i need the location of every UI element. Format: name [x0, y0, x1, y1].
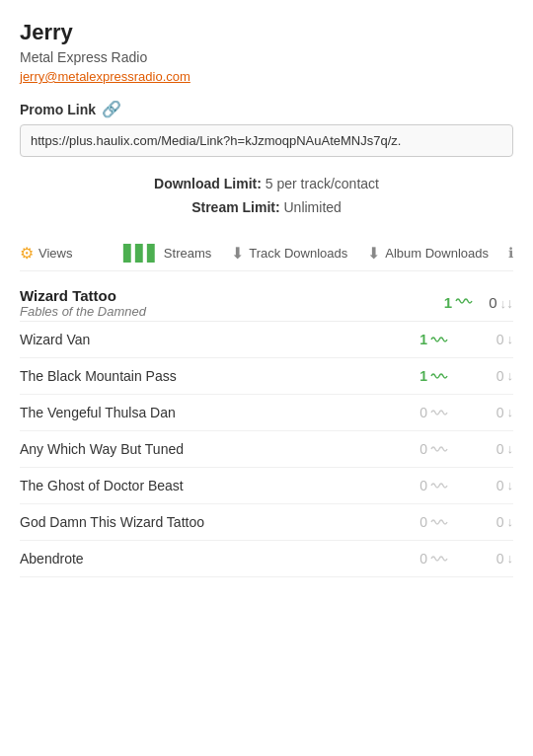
dl-arrow-icon: ↓ — [507, 441, 514, 456]
views-icon: ⚙ — [20, 244, 34, 263]
track-download-stat: 0 ↓ — [464, 405, 513, 420]
stream-number: 1 — [419, 332, 427, 347]
wave-icon — [430, 370, 448, 382]
tracks-list: Wizard Van1 0 ↓The Black Mountain Pass1 … — [20, 322, 513, 577]
wave-icon — [430, 480, 448, 491]
info-icon: ℹ — [508, 245, 513, 261]
track-download-stat: 0 ↓ — [464, 368, 513, 384]
track-stream-stat: 0 — [399, 551, 448, 567]
album-title: Wizard Tattoo — [20, 287, 146, 304]
promo-url-field[interactable]: https://plus.haulix.com/Media/Link?h=kJz… — [20, 124, 513, 157]
download-number: 0 — [496, 368, 504, 384]
track-name: The Vengeful Thulsa Dan — [20, 405, 399, 420]
track-row: The Black Mountain Pass1 0 ↓ — [20, 358, 513, 395]
track-download-stat: 0 ↓ — [464, 551, 513, 567]
download-number: 0 — [496, 441, 504, 457]
promo-section: Promo Link 🔗 https://plus.haulix.com/Med… — [20, 100, 513, 157]
album-downloads-label: Album Downloads — [385, 246, 489, 261]
stream-number: 0 — [419, 514, 427, 530]
link-icon: 🔗 — [102, 100, 121, 118]
wave-icon — [430, 553, 448, 565]
track-stats: 1 0 ↓ — [399, 332, 513, 347]
wave-icon — [430, 407, 448, 418]
dl-arrow-icon: ↓ — [507, 405, 514, 419]
download-number: 0 — [496, 332, 504, 347]
album-stats: 1 0 ↓ — [444, 294, 513, 311]
wave-icon — [430, 334, 448, 345]
track-row: Any Which Way But Tuned0 0 ↓ — [20, 431, 513, 468]
stream-limit-label: Stream Limit: — [191, 199, 279, 215]
page-container: Jerry Metal Express Radio jerry@metalexp… — [0, 0, 533, 601]
track-stream-stat: 0 — [399, 441, 448, 457]
track-stream-stat: 0 — [399, 405, 448, 420]
track-name: Any Which Way But Tuned — [20, 441, 399, 457]
album-header-row: Wizard Tattoo Fables of the Damned 1 0 ↓ — [20, 279, 513, 322]
track-stream-stat: 1 — [399, 332, 448, 347]
track-stream-stat: 0 — [399, 514, 448, 530]
dl-arrow-icon: ↓ — [507, 551, 514, 566]
dl-arrow-icon: ↓ — [507, 478, 514, 492]
user-email[interactable]: jerry@metalexpressradio.com — [20, 69, 513, 84]
download-limit-label: Download Limit: — [154, 176, 262, 191]
stream-limit-value: Unlimited — [284, 199, 342, 215]
track-name: Wizard Van — [20, 332, 399, 347]
station-name: Metal Express Radio — [20, 49, 513, 65]
wave-icon — [430, 516, 448, 528]
track-stats: 0 0 ↓ — [399, 441, 513, 457]
views-label: Views — [38, 246, 72, 261]
track-stats: 0 0 ↓ — [399, 405, 513, 420]
album-subtitle: Fables of the Damned — [20, 304, 146, 319]
track-stats: 0 0 ↓ — [399, 514, 513, 530]
track-download-stat: 0 ↓ — [464, 478, 513, 493]
user-name: Jerry — [20, 20, 513, 45]
dl-arrow-icon: ↓ — [507, 514, 514, 529]
track-name: The Ghost of Doctor Beast — [20, 478, 399, 493]
album-wave-icon — [455, 295, 473, 310]
album-section: Wizard Tattoo Fables of the Damned 1 0 ↓ — [20, 279, 513, 577]
album-download-icon: ⬇ — [367, 244, 380, 263]
track-row: The Ghost of Doctor Beast0 0 ↓ — [20, 468, 513, 504]
track-stream-stat: 0 — [399, 478, 448, 493]
track-download-stat: 0 ↓ — [464, 332, 513, 347]
album-info: Wizard Tattoo Fables of the Damned — [20, 287, 146, 319]
download-number: 0 — [496, 551, 504, 567]
stream-number: 1 — [419, 368, 427, 384]
album-dl-icon: ↓ — [500, 295, 514, 311]
album-stream-number: 1 — [444, 294, 452, 311]
track-download-stat: 0 ↓ — [464, 441, 513, 457]
track-downloads-col-header[interactable]: ⬇ Track Downloads — [231, 244, 347, 263]
stream-limit-row: Stream Limit: Unlimited — [20, 196, 513, 220]
track-row: Wizard Van1 0 ↓ — [20, 322, 513, 358]
stream-number: 0 — [419, 551, 427, 567]
track-downloads-label: Track Downloads — [249, 246, 347, 261]
stream-number: 0 — [419, 441, 427, 457]
download-number: 0 — [496, 514, 504, 530]
album-downloads-col-header[interactable]: ⬇ Album Downloads — [367, 244, 489, 263]
track-row: Abendrote0 0 ↓ — [20, 541, 513, 577]
download-number: 0 — [496, 478, 504, 493]
views-col-header[interactable]: ⚙ Views — [20, 244, 72, 263]
streams-label: Streams — [164, 246, 211, 261]
track-stats: 0 0 ↓ — [399, 478, 513, 493]
dl-arrow-icon: ↓ — [507, 368, 514, 383]
album-stream-count: 1 — [444, 294, 473, 311]
download-limit-row: Download Limit: 5 per track/contact — [20, 173, 513, 196]
track-row: God Damn This Wizard Tattoo0 0 ↓ — [20, 504, 513, 541]
dl-arrow-icon: ↓ — [507, 332, 514, 346]
album-download-number: 0 — [489, 294, 496, 311]
track-row: The Vengeful Thulsa Dan0 0 ↓ — [20, 395, 513, 431]
track-stats: 0 0 ↓ — [399, 551, 513, 567]
info-col-header[interactable]: ℹ — [508, 245, 513, 261]
stream-number: 0 — [419, 405, 427, 420]
download-number: 0 — [496, 405, 504, 420]
track-stats: 1 0 ↓ — [399, 368, 513, 384]
wave-icon — [430, 443, 448, 455]
track-name: God Damn This Wizard Tattoo — [20, 514, 399, 530]
streams-col-header[interactable]: ▋▋▋ Streams — [123, 244, 211, 263]
track-name: The Black Mountain Pass — [20, 368, 399, 384]
track-stream-stat: 1 — [399, 368, 448, 384]
streams-icon: ▋▋▋ — [123, 244, 159, 263]
stream-number: 0 — [419, 478, 427, 493]
download-limit-value: 5 per track/contact — [266, 176, 379, 191]
track-download-stat: 0 ↓ — [464, 514, 513, 530]
